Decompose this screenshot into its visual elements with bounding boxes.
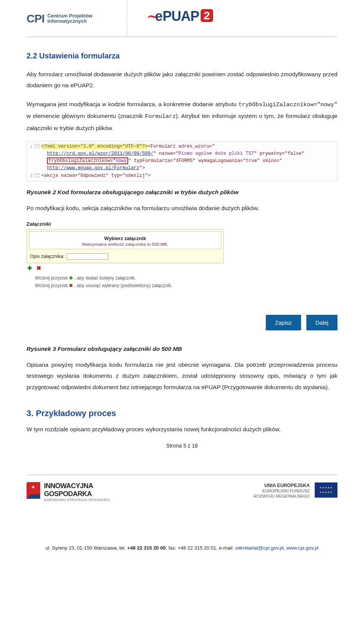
- attachments-form: Załączniki Wybierz załącznik Maksymalna …: [27, 221, 224, 288]
- ig-line3: NARODOWA STRATEGIA SPÓJNOŚCI: [44, 498, 110, 502]
- para-2a: Wymagana jest modyfikacja w kodzie formu…: [27, 101, 238, 107]
- cpi-mark: CPI: [27, 12, 44, 25]
- inline-code-formularz: Formularz: [145, 113, 176, 120]
- eu-flag-icon: [315, 482, 337, 498]
- attachments-title: Załączniki: [27, 221, 224, 227]
- footer-address: ul. Syreny 23, 01-150 Warszawa, tel. +48…: [27, 545, 337, 551]
- code-tag-open: <Formularz adres_wzoru=": [147, 144, 215, 149]
- epuap-logo: ∼ePUAP2: [146, 8, 213, 24]
- code-url-1: http://crd.gov.pl/wzor/2011/06/08/599/: [47, 151, 153, 156]
- hint-add: Wciśnij przycisk ✚ , aby dodać kolejny z…: [35, 275, 224, 281]
- figure-2-caption: Rysunek 2 Kod formularza obsługującego z…: [27, 189, 337, 196]
- epuap-two: 2: [201, 9, 213, 22]
- line-number: 1: [27, 143, 35, 172]
- section-title: 2.2 Ustawienia formularza: [27, 52, 337, 60]
- para-2: Wymagana jest modyfikacja w kodzie formu…: [27, 99, 337, 134]
- plus-icon: ✚: [69, 275, 73, 281]
- cpi-line1: Centrum Projektów: [47, 13, 93, 19]
- add-attachment-icon[interactable]: ✚: [27, 265, 32, 271]
- chapter-3-title: 3. Przykładowy proces: [27, 408, 337, 418]
- opis-input[interactable]: [67, 253, 108, 260]
- epuap-puap: PUAP: [163, 8, 199, 24]
- code-val-name: Pismo ogolne duże pliki TST: [179, 151, 254, 156]
- code-attr3: " typFormularza="XFORMS" wymagaLogowania…: [128, 158, 282, 163]
- x-icon: ✖: [69, 283, 73, 288]
- code-screenshot: 1 − <?xml version="1.0" encoding="UTF-8"…: [27, 141, 337, 181]
- para-3: Po modyfikacji kodu, sekcja załączników …: [27, 203, 337, 214]
- code-url-2: http://www.epuap.gov.pl/Formularz: [47, 165, 140, 171]
- code-attr2: " prywatny="false": [254, 151, 304, 156]
- xml-decl: <?xml version="1.0" encoding="UTF-8"?>: [41, 144, 147, 149]
- next-button[interactable]: Dalej: [306, 315, 337, 330]
- para-5: W tym rozdziale opisano przykładowy proc…: [27, 424, 337, 435]
- ig-line2: GOSPODARKA: [44, 490, 110, 498]
- addr-tel: +48 22 315 20 00: [127, 545, 166, 551]
- para-2b: w elemencie głównym dokumentu (znacznik: [27, 113, 145, 119]
- fold-icon: −: [35, 173, 40, 177]
- highlighted-attribute: trybObslugiZalacznikow="nowy: [47, 157, 129, 164]
- code-attr-key: trybObslugiZalacznikow=": [49, 158, 116, 163]
- line-number: 2: [27, 172, 35, 179]
- inline-code-attr: trybObslugiZalacznikow="nowy": [238, 102, 337, 108]
- addr-pre: ul. Syreny 23, 01-150 Warszawa, tel.: [46, 545, 127, 551]
- code-close: ">: [139, 165, 145, 171]
- code-line-2: <akcja nazwa="Odpowiedz" typ="odeslij">: [41, 173, 151, 178]
- ue-line3: ROZWOJU REGIONALNEGO: [254, 494, 310, 498]
- para-1: Aby formularz umożliwiał dodawanie dużyc…: [27, 69, 337, 91]
- url-link[interactable]: www.cpi.gov.pl: [286, 545, 318, 551]
- choose-file-label[interactable]: Wybierz załącznik: [31, 236, 219, 241]
- fold-icon: −: [35, 144, 40, 148]
- max-size-hint: Maksymalna wielkość załącznika to 500 MB…: [31, 242, 219, 247]
- ig-line1: INNOWACYJNA: [44, 482, 110, 490]
- ue-line1: UNIA EUROPEJSKA: [264, 483, 310, 488]
- mail-link[interactable]: sekretariat@cpi.gov.pl: [235, 545, 284, 551]
- code-attr-val: nowy: [116, 158, 127, 163]
- star-icon: ★: [31, 484, 35, 490]
- save-button[interactable]: Zapisz: [266, 315, 301, 330]
- addr-mid: , fax. +48 22 315 20 01, e-mail:: [166, 545, 235, 551]
- page-number: Strona 5 z 18: [27, 443, 337, 449]
- figure-3-caption: Rysunek 3 Formularz obsługujący załączni…: [27, 346, 337, 352]
- code-attr: " nazwa=": [153, 151, 178, 156]
- opis-label: Opis załącznika:: [30, 254, 64, 259]
- epuap-e: e: [155, 8, 163, 24]
- ue-line2: EUROPEJSKI FUNDUSZ: [262, 489, 310, 493]
- ue-logo-block: UNIA EUROPEJSKA EUROPEJSKI FUNDUSZ ROZWO…: [254, 483, 337, 499]
- hint-del: Wciśnij przycisk ✖ , aby usunąć wybrany …: [35, 283, 224, 288]
- attachment-picker[interactable]: Wybierz załącznik Maksymalna wielkość za…: [29, 231, 221, 249]
- para-4: Opisana powyżej modyfikacja kodu formula…: [27, 359, 337, 393]
- remove-attachment-icon[interactable]: ✖: [36, 265, 41, 271]
- cpi-line2: Informatycznych: [47, 18, 86, 24]
